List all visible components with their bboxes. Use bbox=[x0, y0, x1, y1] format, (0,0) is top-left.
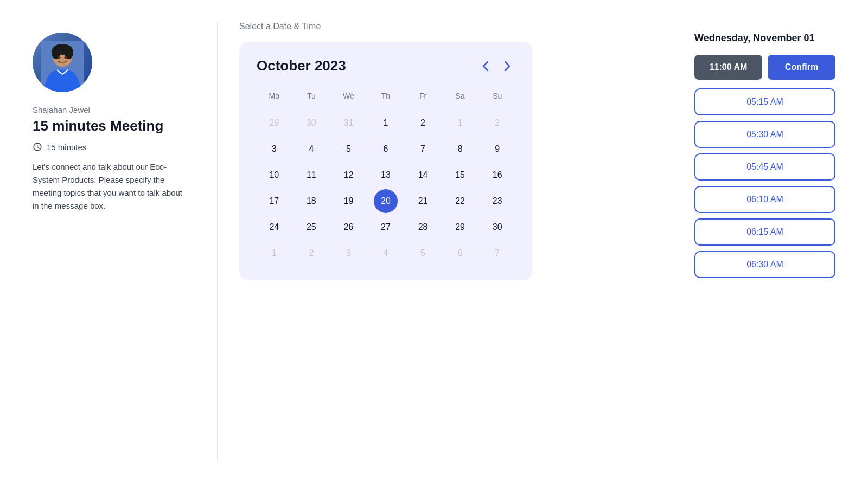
right-panel: Wednesday, November 01 11:00 AM Confirm … bbox=[684, 22, 835, 284]
day-header: Mo bbox=[257, 89, 292, 109]
calendar-day[interactable]: 26 bbox=[336, 215, 360, 239]
calendar-day[interactable]: 9 bbox=[486, 137, 509, 161]
calendar-day[interactable]: 28 bbox=[411, 215, 435, 239]
calendar-day[interactable]: 27 bbox=[374, 215, 398, 239]
middle-panel: Select a Date & Time October 2023 MoTuWe… bbox=[228, 22, 684, 280]
time-slot-button[interactable]: 05:15 AM bbox=[694, 88, 835, 115]
svg-point-7 bbox=[57, 61, 68, 66]
calendar-day[interactable]: 2 bbox=[411, 111, 435, 135]
meeting-title: 15 minutes Meeting bbox=[33, 118, 184, 134]
calendar-day[interactable]: 12 bbox=[336, 163, 360, 187]
calendar-day[interactable]: 20 bbox=[374, 189, 398, 213]
calendar-month-title: October 2023 bbox=[257, 57, 346, 74]
calendar-day[interactable]: 1 bbox=[374, 111, 398, 135]
calendar-day[interactable]: 30 bbox=[486, 215, 509, 239]
calendar-day: 29 bbox=[262, 111, 286, 135]
host-name: Shajahan Jewel bbox=[33, 105, 184, 114]
calendar-day[interactable]: 13 bbox=[374, 163, 398, 187]
calendar-day: 6 bbox=[448, 241, 472, 265]
calendar-day[interactable]: 8 bbox=[448, 137, 472, 161]
svg-point-5 bbox=[58, 56, 61, 59]
calendar-day[interactable]: 21 bbox=[411, 189, 435, 213]
duration-text: 15 minutes bbox=[47, 143, 86, 152]
calendar-day[interactable]: 19 bbox=[336, 189, 360, 213]
calendar-day[interactable]: 17 bbox=[262, 189, 286, 213]
calendar-day: 2 bbox=[486, 111, 509, 135]
calendar-day[interactable]: 22 bbox=[448, 189, 472, 213]
section-title: Select a Date & Time bbox=[239, 22, 673, 31]
calendar-day[interactable]: 29 bbox=[448, 215, 472, 239]
time-slot-button[interactable]: 06:10 AM bbox=[694, 186, 835, 213]
svg-point-6 bbox=[65, 56, 67, 59]
calendar-day[interactable]: 15 bbox=[448, 163, 472, 187]
calendar-day[interactable]: 14 bbox=[411, 163, 435, 187]
calendar-day[interactable]: 6 bbox=[374, 137, 398, 161]
day-header: Tu bbox=[294, 89, 329, 109]
calendar-widget: October 2023 MoTuWeThFrSaSu2930311212345… bbox=[239, 42, 532, 280]
calendar-day[interactable]: 23 bbox=[486, 189, 509, 213]
calendar-day: 2 bbox=[299, 241, 323, 265]
next-month-button[interactable] bbox=[500, 59, 515, 74]
calendar-day[interactable]: 5 bbox=[336, 137, 360, 161]
vertical-divider bbox=[217, 22, 218, 461]
calendar-day: 1 bbox=[448, 111, 472, 135]
day-header: Sa bbox=[443, 89, 478, 109]
calendar-day[interactable]: 24 bbox=[262, 215, 286, 239]
selected-date-title: Wednesday, November 01 bbox=[694, 33, 835, 44]
avatar bbox=[33, 33, 92, 92]
calendar-day[interactable]: 16 bbox=[486, 163, 509, 187]
calendar-day: 3 bbox=[336, 241, 360, 265]
day-header: Th bbox=[368, 89, 404, 109]
left-panel: Shajahan Jewel 15 minutes Meeting 15 min… bbox=[33, 22, 206, 212]
day-header: Fr bbox=[405, 89, 441, 109]
selected-time-button[interactable]: 11:00 AM bbox=[694, 55, 762, 80]
calendar-day[interactable]: 10 bbox=[262, 163, 286, 187]
calendar-nav bbox=[478, 59, 515, 74]
calendar-day[interactable]: 3 bbox=[262, 137, 286, 161]
time-confirm-row: 11:00 AM Confirm bbox=[694, 55, 835, 80]
calendar-grid: MoTuWeThFrSaSu29303112123456789101112131… bbox=[257, 89, 515, 265]
time-slot-button[interactable]: 06:15 AM bbox=[694, 218, 835, 246]
time-slots-list: 05:15 AM05:30 AM05:45 AM06:10 AM06:15 AM… bbox=[694, 88, 835, 284]
calendar-day: 5 bbox=[411, 241, 435, 265]
clock-icon bbox=[33, 142, 42, 152]
calendar-day: 7 bbox=[486, 241, 509, 265]
time-slot-button[interactable]: 06:30 AM bbox=[694, 251, 835, 278]
calendar-header: October 2023 bbox=[257, 57, 515, 74]
calendar-day: 1 bbox=[262, 241, 286, 265]
confirm-button[interactable]: Confirm bbox=[768, 55, 835, 80]
calendar-day[interactable]: 11 bbox=[299, 163, 323, 187]
calendar-day: 31 bbox=[336, 111, 360, 135]
calendar-day[interactable]: 7 bbox=[411, 137, 435, 161]
calendar-day[interactable]: 25 bbox=[299, 215, 323, 239]
time-slot-button[interactable]: 05:30 AM bbox=[694, 121, 835, 148]
day-header: Su bbox=[480, 89, 515, 109]
calendar-day: 4 bbox=[374, 241, 398, 265]
meeting-description: Let's connect and talk about our Eco-Sys… bbox=[33, 160, 184, 212]
calendar-day: 30 bbox=[299, 111, 323, 135]
time-slot-button[interactable]: 05:45 AM bbox=[694, 153, 835, 181]
calendar-day[interactable]: 18 bbox=[299, 189, 323, 213]
calendar-day[interactable]: 4 bbox=[299, 137, 323, 161]
day-header: We bbox=[331, 89, 366, 109]
prev-month-button[interactable] bbox=[478, 59, 493, 74]
duration-row: 15 minutes bbox=[33, 142, 184, 152]
